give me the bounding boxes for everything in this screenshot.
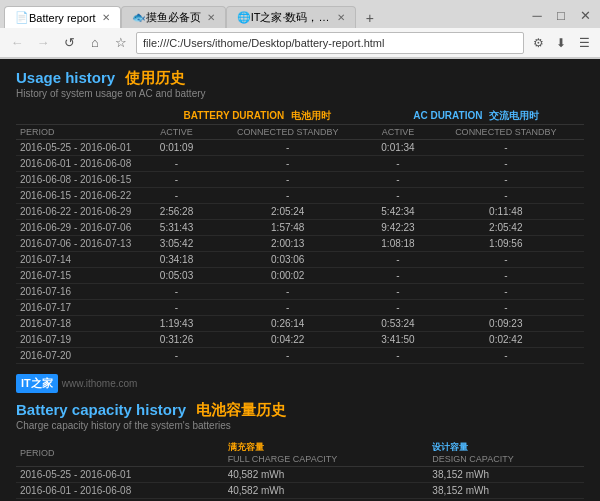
usage-table-row: 2016-07-15 0:05:03 0:00:02 - - xyxy=(16,268,584,284)
usage-table: BATTERY DURATION 电池用时 AC DURATION 交流电用时 … xyxy=(16,107,584,364)
tab-label: 摸鱼必备页 xyxy=(146,10,201,25)
bat-standby-cell: - xyxy=(207,188,368,204)
bat-active-cell: - xyxy=(146,348,207,364)
capacity-title-zh: 电池容量历史 xyxy=(196,401,286,418)
tab-close-button[interactable]: ✕ xyxy=(337,12,345,23)
ac-duration-header: AC DURATION 交流电用时 xyxy=(368,107,584,125)
usage-table-row: 2016-07-14 0:34:18 0:03:06 - - xyxy=(16,252,584,268)
capacity-subtitle: Charge capacity history of the system's … xyxy=(16,420,584,431)
bat-active-cell: - xyxy=(146,172,207,188)
bat-standby-cell: - xyxy=(207,300,368,316)
usage-table-row: 2016-06-22 - 2016-06-29 2:56:28 2:05:24 … xyxy=(16,204,584,220)
ac-standby-cell: 0:02:42 xyxy=(428,332,584,348)
period-cell: 2016-06-08 - 2016-06-15 xyxy=(16,172,146,188)
capacity-table: PERIOD 满充容量 FULL CHARGE CAPACITY 设计容量 DE… xyxy=(16,439,584,501)
bat-active-cell: 0:05:03 xyxy=(146,268,207,284)
period-cell: 2016-07-17 xyxy=(16,300,146,316)
ac-active-cell: - xyxy=(368,284,427,300)
ac-active-cell: - xyxy=(368,156,427,172)
ac-standby-cell: 0:11:48 xyxy=(428,204,584,220)
tab-ithome[interactable]: 🌐 IT之家·数码，科技，生… ✕ xyxy=(226,6,356,28)
period-cell: 2016-07-20 xyxy=(16,348,146,364)
ac-active-col-label: ACTIVE xyxy=(368,125,427,140)
bat-active-cell: - xyxy=(146,300,207,316)
back-button[interactable]: ← xyxy=(6,32,28,54)
home-button[interactable]: ⌂ xyxy=(84,32,106,54)
bat-standby-cell: - xyxy=(207,156,368,172)
tab-close-button[interactable]: ✕ xyxy=(207,12,215,23)
ac-standby-cell: - xyxy=(428,252,584,268)
bat-active-cell: 1:19:43 xyxy=(146,316,207,332)
tab-battery-report[interactable]: 📄 Battery report ✕ xyxy=(4,6,121,28)
ac-standby-cell: - xyxy=(428,348,584,364)
capacity-section-title: Battery capacity history 电池容量历史 xyxy=(16,401,584,420)
favorites-button[interactable]: ☆ xyxy=(110,32,132,54)
ac-standby-cell: - xyxy=(428,156,584,172)
ac-active-cell: - xyxy=(368,348,427,364)
refresh-button[interactable]: ↺ xyxy=(58,32,80,54)
cap-period-col-label: PERIOD xyxy=(16,439,224,467)
battery-duration-header: BATTERY DURATION 电池用时 xyxy=(146,107,368,125)
download-button[interactable]: ⬇ xyxy=(551,33,571,53)
usage-title-zh: 使用历史 xyxy=(125,69,185,86)
tab-icon: 🐟 xyxy=(132,11,146,24)
period-cell: 2016-06-15 - 2016-06-22 xyxy=(16,188,146,204)
bat-standby-cell: 2:00:13 xyxy=(207,236,368,252)
ac-active-cell: - xyxy=(368,252,427,268)
bat-standby-cell: 0:00:02 xyxy=(207,268,368,284)
usage-table-row: 2016-06-01 - 2016-06-08 - - - - xyxy=(16,156,584,172)
address-bar[interactable] xyxy=(136,32,524,54)
ac-standby-cell: - xyxy=(428,140,584,156)
minimize-button[interactable]: ─ xyxy=(526,4,548,26)
capacity-table-row: 2016-05-25 - 2016-06-01 40,582 mWh 38,15… xyxy=(16,467,584,483)
ac-standby-cell: 2:05:42 xyxy=(428,220,584,236)
ac-standby-cell: - xyxy=(428,268,584,284)
usage-title-en: Usage history xyxy=(16,69,115,86)
period-cell: 2016-07-06 - 2016-07-13 xyxy=(16,236,146,252)
menu-button[interactable]: ☰ xyxy=(574,33,594,53)
new-tab-button[interactable]: + xyxy=(360,8,380,28)
capacity-title-en: Battery capacity history xyxy=(16,401,186,418)
period-cell: 2016-06-29 - 2016-07-06 xyxy=(16,220,146,236)
period-cell: 2016-07-19 xyxy=(16,332,146,348)
bat-active-cell: - xyxy=(146,284,207,300)
bat-active-cell: 5:31:43 xyxy=(146,220,207,236)
close-window-button[interactable]: ✕ xyxy=(574,4,596,26)
ac-active-cell: 1:08:18 xyxy=(368,236,427,252)
usage-table-row: 2016-07-18 1:19:43 0:26:14 0:53:24 0:09:… xyxy=(16,316,584,332)
ac-active-cell: 3:41:50 xyxy=(368,332,427,348)
maximize-button[interactable]: □ xyxy=(550,4,572,26)
tab-icon: 📄 xyxy=(15,11,29,24)
ac-standby-cell: - xyxy=(428,300,584,316)
bat-active-cell: 0:01:09 xyxy=(146,140,207,156)
bat-active-cell: 0:34:18 xyxy=(146,252,207,268)
ac-active-cell: - xyxy=(368,268,427,284)
period-cell: 2016-06-01 - 2016-06-08 xyxy=(16,156,146,172)
usage-table-row: 2016-07-19 0:31:26 0:04:22 3:41:50 0:02:… xyxy=(16,332,584,348)
forward-button[interactable]: → xyxy=(32,32,54,54)
ac-standby-cell: 0:09:23 xyxy=(428,316,584,332)
usage-section-title: Usage history 使用历史 xyxy=(16,69,584,88)
bat-standby-cell: 1:57:48 xyxy=(207,220,368,236)
ac-active-cell: - xyxy=(368,300,427,316)
bat-active-cell: - xyxy=(146,188,207,204)
bat-standby-cell: - xyxy=(207,172,368,188)
settings-button[interactable]: ⚙ xyxy=(528,33,548,53)
usage-table-row: 2016-06-15 - 2016-06-22 - - - - xyxy=(16,188,584,204)
bat-active-cell: 2:56:28 xyxy=(146,204,207,220)
tab-fishing[interactable]: 🐟 摸鱼必备页 ✕ xyxy=(121,6,226,28)
period-col-label: PERIOD xyxy=(16,125,146,140)
cap-full-cell: 40,582 mWh xyxy=(224,483,429,499)
watermark-url: www.ithome.com xyxy=(62,378,138,389)
usage-table-row: 2016-07-20 - - - - xyxy=(16,348,584,364)
cap-period-cell: 2016-05-25 - 2016-06-01 xyxy=(16,467,224,483)
usage-table-row: 2016-05-25 - 2016-06-01 0:01:09 - 0:01:3… xyxy=(16,140,584,156)
bat-standby-cell: 0:03:06 xyxy=(207,252,368,268)
usage-table-row: 2016-07-17 - - - - xyxy=(16,300,584,316)
tab-label: IT之家·数码，科技，生… xyxy=(251,10,331,25)
period-cell: 2016-06-22 - 2016-06-29 xyxy=(16,204,146,220)
usage-table-row: 2016-07-16 - - - - xyxy=(16,284,584,300)
tab-close-button[interactable]: ✕ xyxy=(102,12,110,23)
ac-active-cell: 0:53:24 xyxy=(368,316,427,332)
nav-right-controls: ⚙ ⬇ ☰ xyxy=(528,33,594,53)
